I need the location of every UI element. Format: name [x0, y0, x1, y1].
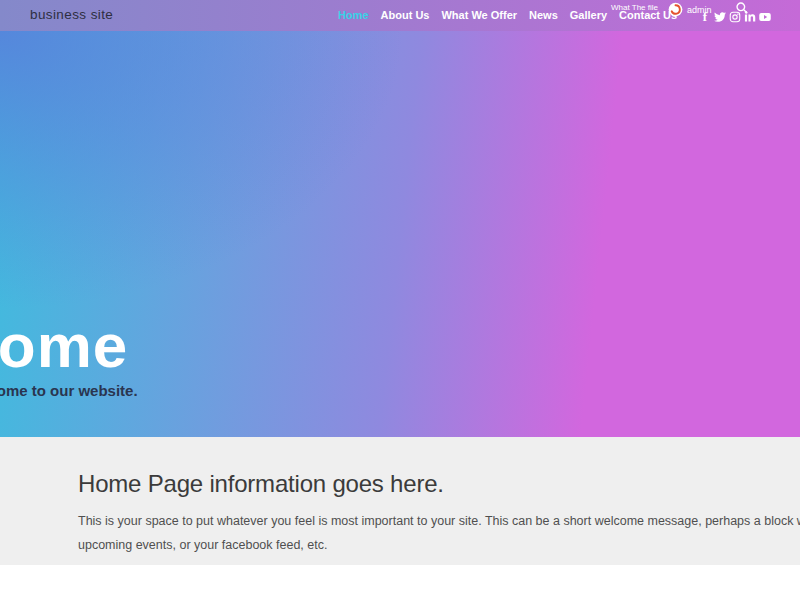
content-paragraph-line2: upcoming events, or your facebook feed, …: [78, 533, 800, 557]
content-heading: Home Page information goes here.: [78, 470, 444, 498]
search-icon[interactable]: [735, 1, 749, 15]
footer-whitespace: [0, 565, 800, 600]
hero-title: Home: [0, 315, 128, 377]
content-section: Home Page information goes here. This is…: [0, 437, 800, 565]
admin-user-link[interactable]: admin: [687, 5, 712, 15]
nav-item-home[interactable]: Home: [338, 9, 369, 21]
site-logo[interactable]: business site: [30, 7, 113, 22]
youtube-icon[interactable]: [759, 11, 771, 23]
nav-item-what-we-offer[interactable]: What We Offer: [441, 9, 517, 21]
avatar[interactable]: [668, 2, 683, 17]
window-title-overlay: What The file: [611, 3, 658, 12]
nav-item-news[interactable]: News: [529, 9, 558, 21]
avatar-swirl-icon: [668, 2, 683, 17]
twitter-icon[interactable]: [714, 11, 726, 23]
hero-subtitle: Welcome to our website.: [0, 382, 138, 399]
nav-item-about-us[interactable]: About Us: [381, 9, 430, 21]
header-bar: business site Home About Us What We Offe…: [0, 0, 800, 31]
content-paragraph-line1: This is your space to put whatever you f…: [78, 509, 800, 533]
hero-section: Home Welcome to our website.: [0, 31, 800, 437]
nav-item-gallery[interactable]: Gallery: [570, 9, 607, 21]
content-paragraph: This is your space to put whatever you f…: [78, 509, 800, 557]
